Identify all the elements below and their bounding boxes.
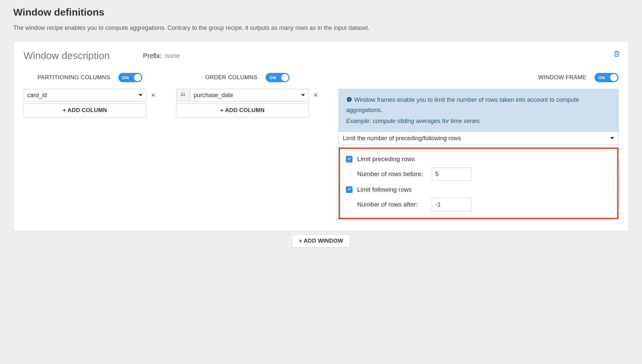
prefix-label: Prefix:: [143, 52, 162, 60]
window-frame-info-text: Window frames enable you to limit the nu…: [346, 96, 579, 113]
caret-down-icon: [301, 92, 305, 99]
add-window-label: + ADD WINDOW: [299, 238, 343, 244]
window-frame-label: WINDOW FRAME: [538, 74, 586, 81]
remove-order-column-button[interactable]: ×: [313, 91, 319, 99]
partition-column-select[interactable]: card_id: [24, 89, 146, 101]
remove-partition-column-button[interactable]: ×: [150, 91, 156, 99]
limit-following-label: Limit following rows: [357, 186, 412, 193]
window-frame-limits-highlight: Limit preceding rows Number of rows befo…: [339, 148, 618, 219]
trash-icon: [613, 53, 620, 58]
limit-preceding-label: Limit preceding rows: [357, 155, 415, 163]
card-title: Window description: [24, 50, 110, 61]
toggle-knob: [134, 74, 141, 81]
rows-after-input[interactable]: [432, 198, 472, 211]
toggle-on-label: ON: [122, 75, 129, 80]
window-frame-toggle[interactable]: ON: [595, 73, 618, 82]
toggle-on-label: ON: [598, 75, 605, 80]
window-frame-mode-select[interactable]: Limit the number of preceding/following …: [339, 132, 618, 145]
window-frame-mode-value: Limit the number of preceding/following …: [343, 135, 461, 142]
toggle-knob: [610, 74, 617, 81]
order-column-value: purchase_date: [194, 92, 233, 99]
partitioning-columns-label: PARTITIONING COLUMNS: [37, 74, 110, 81]
order-toggle[interactable]: ON: [266, 73, 289, 82]
info-icon: [346, 96, 352, 105]
toggle-knob: [281, 74, 289, 81]
partition-column-value: card_id: [27, 92, 47, 99]
add-order-column-button[interactable]: + ADD COLUMN: [176, 103, 309, 117]
svg-rect-1: [349, 99, 350, 101]
partitioning-toggle[interactable]: ON: [118, 73, 142, 82]
add-partition-column-label: + ADD COLUMN: [63, 107, 107, 114]
page-title: Window definitions: [13, 7, 629, 18]
window-frame-info: Window frames enable you to limit the nu…: [339, 89, 618, 132]
caret-down-icon: [610, 135, 614, 142]
limit-preceding-checkbox[interactable]: [346, 156, 353, 162]
rows-before-label: Number of rows before:: [357, 170, 432, 178]
add-partition-column-button[interactable]: + ADD COLUMN: [24, 103, 146, 117]
check-icon: [347, 156, 352, 162]
window-frame-info-example: Example: compute sliding averages for ti…: [346, 116, 611, 126]
add-order-column-label: + ADD COLUMN: [220, 107, 265, 114]
limit-following-checkbox[interactable]: [346, 186, 353, 193]
add-window-button[interactable]: + ADD WINDOW: [292, 234, 350, 248]
rows-before-input[interactable]: [432, 167, 472, 181]
check-icon: [347, 187, 352, 193]
prefix-value[interactable]: none: [165, 52, 180, 60]
svg-point-2: [349, 98, 350, 98]
page-description: The window recipe enables you to compute…: [13, 25, 629, 31]
sort-direction-button[interactable]: [176, 89, 190, 101]
toggle-on-label: ON: [269, 75, 276, 80]
rows-after-label: Number of rows after:: [357, 201, 432, 208]
window-card: Window description Prefix: none PARTITIO…: [13, 41, 629, 231]
order-column-select[interactable]: purchase_date: [190, 89, 309, 101]
delete-window-button[interactable]: [613, 50, 620, 59]
caret-down-icon: [139, 92, 143, 99]
sort-asc-icon: [180, 91, 186, 99]
order-columns-label: ORDER COLUMNS: [205, 74, 258, 81]
